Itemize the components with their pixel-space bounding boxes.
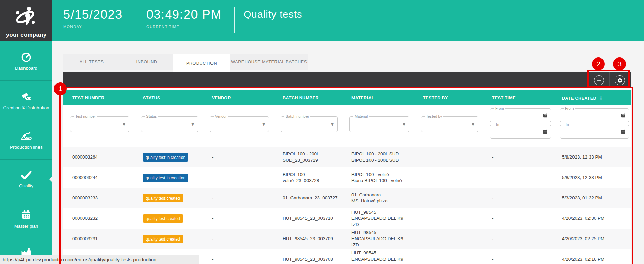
annotation-rect-toolbar-buttons (587, 70, 630, 88)
app-header: 5/15/2023 MONDAY 03:49:20 PM CURRENT TIM… (52, 0, 644, 41)
current-time-block: 03:49:20 PM CURRENT TIME (146, 7, 222, 29)
sidebar-item-quality[interactable]: Quality (0, 160, 52, 199)
annotation-marker-2: 2 (592, 57, 605, 70)
current-date-block: 5/15/2023 MONDAY (63, 7, 123, 29)
header-divider (136, 7, 136, 33)
sidebar-item-label: Master plan (14, 224, 39, 229)
sidebar-item-label: Production lines (9, 145, 43, 150)
current-time: 03:49:20 PM (146, 7, 222, 22)
production-line-icon (20, 130, 32, 142)
tab-inbound[interactable]: INBOUND (120, 54, 173, 70)
sidebar-item-label: Creation & Distribution (2, 105, 50, 110)
sidebar-item-creation-distribution[interactable]: Creation & Distribution (0, 81, 52, 120)
company-logo-block[interactable]: your company (0, 0, 52, 41)
quality-check-icon (20, 170, 32, 180)
company-name: your company (6, 32, 47, 38)
quality-tests-tabs: ALL TESTS INBOUND PRODUCTION WAREHOUSE M… (63, 54, 308, 70)
tab-label: WAREHOUSE MATERIAL BATCHES (231, 60, 307, 64)
tab-all-tests[interactable]: ALL TESTS (63, 54, 120, 70)
tab-warehouse-material-batches[interactable]: WAREHOUSE MATERIAL BATCHES (230, 54, 308, 70)
tab-label: ALL TESTS (80, 60, 104, 64)
dashboard-gauge-icon (20, 51, 32, 63)
sidebar-item-label: Quality (18, 183, 34, 188)
header-divider (234, 7, 235, 33)
annotation-marker-3: 3 (613, 57, 626, 70)
current-time-caption: CURRENT TIME (146, 24, 222, 29)
company-logo-icon (13, 3, 40, 30)
current-day: MONDAY (63, 24, 123, 29)
sidebar-nav: Dashboard Creation & Distribution (0, 41, 52, 264)
calendar-icon (20, 209, 32, 220)
tab-label: INBOUND (136, 60, 157, 64)
tab-label: PRODUCTION (186, 61, 217, 66)
sidebar-item-dashboard[interactable]: Dashboard (0, 41, 52, 81)
annotation-rect-table (59, 87, 633, 264)
active-item-indicator (49, 176, 52, 182)
tab-production[interactable]: PRODUCTION (173, 54, 230, 72)
table-toolbar (63, 72, 631, 88)
sidebar-item-master-plan[interactable]: Master plan (0, 199, 52, 238)
tools-icon (20, 90, 32, 102)
annotation-marker-1: 1 (54, 82, 67, 95)
current-date: 5/15/2023 (63, 7, 123, 22)
sidebar-item-label: Dashboard (14, 66, 38, 71)
page-title: Quality tests (244, 9, 302, 20)
sidebar-item-production-lines[interactable]: Production lines (0, 120, 52, 160)
